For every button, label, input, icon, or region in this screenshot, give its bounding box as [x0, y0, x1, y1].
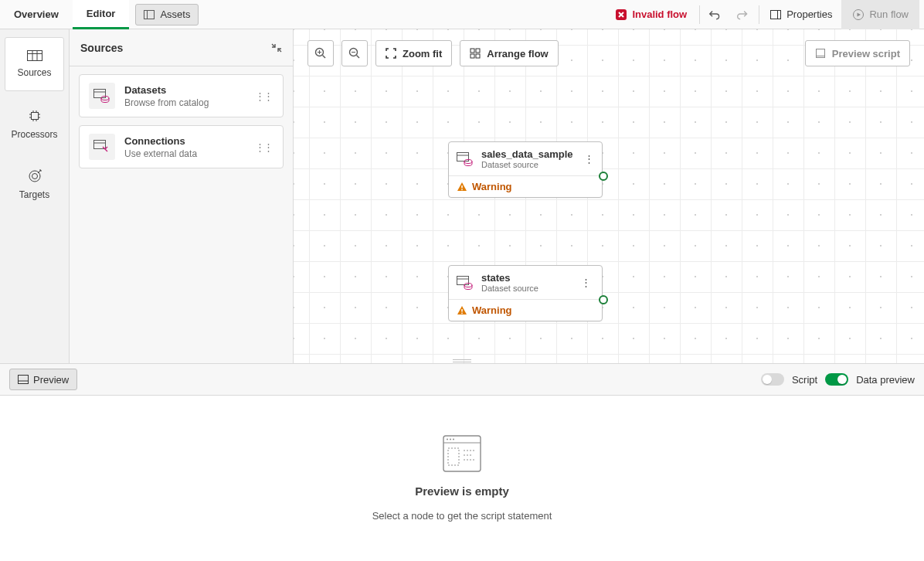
- warning-icon: [457, 305, 467, 316]
- node-menu-button[interactable]: ⋮: [578, 275, 594, 290]
- svg-rect-36: [470, 54, 474, 58]
- node-subtitle: Dataset source: [481, 160, 573, 169]
- panel-icon: [770, 10, 781, 19]
- preview-label: Preview: [33, 374, 69, 386]
- script-toggle[interactable]: [761, 373, 784, 386]
- tab-editor[interactable]: Editor: [73, 0, 130, 29]
- source-card-sub: Browse from catalog: [124, 97, 244, 108]
- svg-rect-57: [448, 448, 459, 465]
- rail-sources[interactable]: Sources: [5, 37, 64, 91]
- svg-rect-35: [476, 49, 480, 53]
- rail-targets-label: Targets: [19, 189, 49, 200]
- svg-rect-10: [31, 113, 38, 120]
- node-warning-label: Warning: [472, 304, 512, 316]
- source-card-title: Connections: [124, 135, 244, 147]
- script-icon: [815, 48, 826, 59]
- svg-line-32: [357, 56, 360, 59]
- rail-processors[interactable]: Processors: [5, 97, 64, 151]
- zoom-fit-label: Zoom fit: [403, 48, 442, 60]
- processors-icon: [28, 109, 42, 123]
- svg-point-56: [453, 439, 454, 440]
- drag-handle-icon[interactable]: ⋮⋮: [253, 141, 273, 153]
- panel-icon: [144, 10, 155, 19]
- dataset-icon: [89, 83, 115, 109]
- properties-button[interactable]: Properties: [761, 0, 841, 29]
- preview-button[interactable]: Preview: [9, 369, 77, 390]
- resize-grip[interactable]: [453, 359, 471, 364]
- flow-canvas[interactable]: Zoom fit Arrange flow Preview script: [294, 29, 924, 363]
- output-port[interactable]: [599, 172, 608, 181]
- preview-script-button: Preview script: [805, 40, 910, 66]
- preview-body: Preview is empty Select a node to get th…: [0, 396, 924, 561]
- output-port[interactable]: [599, 295, 608, 304]
- svg-rect-6: [27, 51, 42, 61]
- node-warning: Warning: [449, 299, 602, 321]
- collapse-icon[interactable]: [271, 42, 282, 53]
- canvas-toolbar: Zoom fit Arrange flow: [307, 40, 559, 66]
- sources-panel-title: Sources: [80, 42, 123, 54]
- invalid-flow-label: Invalid flow: [632, 8, 687, 20]
- preview-empty-title: Preview is empty: [415, 484, 509, 498]
- svg-rect-52: [443, 436, 481, 471]
- svg-point-44: [461, 189, 463, 190]
- source-card-sub: Use external data: [124, 148, 244, 159]
- properties-label: Properties: [786, 8, 832, 20]
- node-menu-button[interactable]: ⋮: [581, 151, 597, 166]
- svg-point-54: [447, 439, 448, 440]
- node-title: sales_data_sample: [481, 148, 573, 160]
- zoom-in-button[interactable]: [307, 40, 334, 66]
- source-card-connections[interactable]: Connections Use external data ⋮⋮: [79, 125, 284, 168]
- svg-line-21: [38, 170, 41, 173]
- left-rail: Sources Processors Targets: [0, 29, 70, 363]
- arrange-flow-button[interactable]: Arrange flow: [460, 40, 558, 66]
- svg-rect-3: [771, 10, 781, 19]
- source-card-title: Datasets: [124, 84, 244, 96]
- redo-button[interactable]: [729, 0, 757, 29]
- grid-icon: [470, 48, 481, 59]
- preview-toolbar: Preview Script Data preview: [0, 363, 924, 396]
- preview-empty-subtitle: Select a node to get the script statemen…: [372, 510, 552, 522]
- rail-targets[interactable]: Targets: [5, 158, 64, 212]
- run-flow-label: Run flow: [869, 8, 909, 20]
- main-area: Sources Processors Targets Sources: [0, 29, 924, 363]
- drag-handle-icon[interactable]: ⋮⋮: [253, 90, 273, 102]
- invalid-flow-indicator: Invalid flow: [604, 8, 698, 21]
- data-preview-toggle[interactable]: [825, 373, 848, 386]
- node-subtitle: Dataset source: [481, 284, 538, 293]
- svg-point-49: [461, 312, 463, 314]
- svg-line-28: [323, 56, 326, 59]
- arrange-flow-label: Arrange flow: [487, 48, 548, 60]
- warning-icon: [457, 182, 467, 192]
- zoom-fit-button[interactable]: Zoom fit: [375, 40, 452, 66]
- svg-rect-34: [470, 49, 474, 53]
- divider: [699, 5, 700, 24]
- connection-icon: [89, 134, 115, 160]
- error-icon: [615, 8, 627, 21]
- rail-sources-label: Sources: [17, 67, 51, 78]
- canvas-node-states[interactable]: states Dataset source ⋮ Warning: [448, 265, 603, 321]
- sources-panel: Sources Datasets Browse from catalog ⋮⋮ …: [70, 29, 294, 363]
- canvas-node-sales-data-sample[interactable]: sales_data_sample Dataset source ⋮ Warni…: [448, 141, 603, 198]
- node-warning: Warning: [449, 175, 602, 197]
- panel-icon: [18, 375, 29, 384]
- play-icon: [852, 8, 865, 21]
- dataset-source-icon: [457, 152, 474, 166]
- sources-icon: [27, 50, 42, 61]
- top-tab-bar: Overview Editor Assets Invalid flow Prop…: [0, 0, 924, 29]
- script-toggle-label: Script: [792, 374, 817, 386]
- svg-rect-37: [476, 54, 480, 58]
- data-preview-toggle-label: Data preview: [856, 374, 915, 386]
- zoom-out-button[interactable]: [341, 40, 368, 66]
- sources-panel-header: Sources: [70, 29, 293, 66]
- node-title: states: [481, 272, 538, 284]
- assets-button[interactable]: Assets: [135, 4, 199, 26]
- source-card-datasets[interactable]: Datasets Browse from catalog ⋮⋮: [79, 74, 284, 117]
- targets-icon: [28, 169, 42, 183]
- tab-overview[interactable]: Overview: [0, 0, 73, 29]
- dataset-source-icon: [457, 276, 474, 290]
- undo-button[interactable]: [701, 0, 729, 29]
- divider: [759, 5, 759, 24]
- rail-processors-label: Processors: [11, 129, 57, 140]
- node-warning-label: Warning: [472, 181, 512, 192]
- preview-script-label: Preview script: [832, 48, 900, 60]
